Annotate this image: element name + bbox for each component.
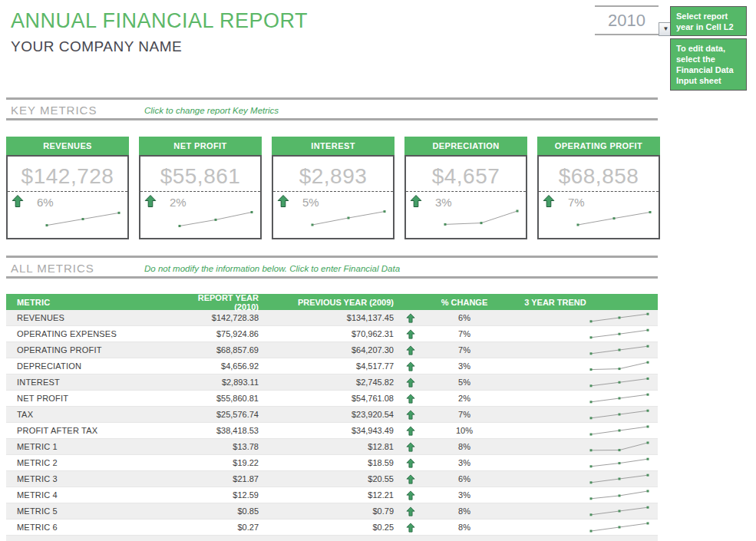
up-arrow-icon xyxy=(399,345,422,355)
cell-previous-year-value: $0.25 xyxy=(265,523,399,532)
cell-metric-name: METRIC 2 xyxy=(6,458,177,467)
cell-report-year-value: $2,893.11 xyxy=(177,378,265,387)
divider-bar xyxy=(6,97,658,100)
cell-percent-change: 8% xyxy=(422,442,507,451)
cell-previous-year-value: $18.59 xyxy=(265,458,399,467)
cell-percent-change: 3% xyxy=(422,458,507,467)
all-metrics-label: ALL METRICS xyxy=(11,262,94,275)
row-sparkline xyxy=(507,327,658,341)
table-row: METRIC 4 $12.59 $12.21 3% xyxy=(6,487,658,503)
table-row: TAX $25,576.74 $23,920.54 7% xyxy=(6,407,658,423)
all-metrics-note[interactable]: Do not modify the information below. Cli… xyxy=(144,264,400,273)
card-body: $68,858 7% xyxy=(537,155,660,239)
column-header-trend: 3 YEAR TREND xyxy=(507,298,658,307)
table-row: REVENUES $142,728.38 $134,137.45 6% xyxy=(6,310,658,326)
column-header-percent-change: % CHANGE xyxy=(422,298,507,307)
report-year-value: 2010 xyxy=(608,11,645,31)
up-arrow-icon xyxy=(399,458,422,468)
cell-percent-change: 7% xyxy=(422,410,507,419)
table-row: INTEREST $2,893.11 $2,745.82 5% xyxy=(6,374,658,391)
cell-metric-name: INTEREST xyxy=(6,378,177,387)
cell-report-year-value: $12.59 xyxy=(177,490,265,500)
cell-report-year-value: $0.27 xyxy=(177,523,265,532)
card-title: NET PROFIT xyxy=(139,137,262,155)
up-arrow-icon xyxy=(277,194,289,208)
cell-report-year-value: $19.22 xyxy=(177,458,265,467)
up-arrow-icon xyxy=(399,361,422,371)
cell-previous-year-value: $64,207.30 xyxy=(265,345,399,355)
card-sparkline xyxy=(310,204,387,232)
key-metric-card: REVENUES $142,728 6% xyxy=(6,137,129,239)
cell-metric-name: NET PROFIT xyxy=(6,394,177,403)
cell-percent-change: 8% xyxy=(422,506,507,516)
card-title: REVENUES xyxy=(6,137,129,155)
cell-report-year-value: $38,418.53 xyxy=(177,426,265,435)
report-year-cell[interactable]: 2010 xyxy=(595,5,659,35)
cell-percent-change: 7% xyxy=(422,345,507,355)
key-metric-card: NET PROFIT $55,861 2% xyxy=(139,137,262,239)
table-row: METRIC 5 $0.85 $0.79 8% xyxy=(6,503,658,520)
cell-previous-year-value: $134,137.45 xyxy=(265,313,399,322)
table-row: METRIC 3 $21.87 $20.55 6% xyxy=(6,471,658,487)
cell-metric-name: OPERATING PROFIT xyxy=(6,345,177,355)
row-sparkline xyxy=(507,472,658,486)
cell-report-year-value: $55,860.81 xyxy=(177,394,265,403)
cell-percent-change: 6% xyxy=(422,313,507,322)
cell-metric-name: METRIC 6 xyxy=(6,523,177,532)
up-arrow-icon xyxy=(144,194,157,208)
card-value: $4,657 xyxy=(406,164,526,189)
cell-metric-name: METRIC 1 xyxy=(6,442,177,451)
cell-previous-year-value: $23,920.54 xyxy=(265,410,399,419)
instruction-box-select-year: Select report year in Cell L2 xyxy=(670,6,747,36)
cell-report-year-value: $4,656.92 xyxy=(177,361,265,371)
card-divider xyxy=(140,191,260,192)
up-arrow-icon xyxy=(399,394,422,404)
cell-previous-year-value: $12.81 xyxy=(265,442,399,451)
card-sparkline xyxy=(45,204,121,232)
card-divider xyxy=(406,191,526,192)
cell-metric-name: METRIC 5 xyxy=(6,506,177,516)
divider-bar xyxy=(6,118,658,120)
cell-percent-change: 7% xyxy=(422,329,507,338)
table-row: NET PROFIT $55,860.81 $54,761.08 2% xyxy=(6,391,658,407)
cell-percent-change: 6% xyxy=(422,474,507,483)
row-sparkline xyxy=(507,456,658,470)
key-metrics-label: KEY METRICS xyxy=(11,104,97,117)
cell-report-year-value: $21.87 xyxy=(177,474,265,483)
card-value: $55,861 xyxy=(140,164,260,189)
empty-row-strip xyxy=(6,536,658,541)
key-metric-card: INTEREST $2,893 5% xyxy=(272,137,395,239)
cell-previous-year-value: $4,517.77 xyxy=(265,361,399,371)
key-metrics-note[interactable]: Click to change report Key Metrics xyxy=(144,106,279,115)
cell-metric-name: METRIC 4 xyxy=(6,490,177,500)
key-metric-card: OPERATING PROFIT $68,858 7% xyxy=(537,137,660,239)
row-sparkline xyxy=(507,391,658,405)
cell-report-year-value: $68,857.69 xyxy=(177,345,265,355)
row-sparkline xyxy=(507,343,658,357)
instruction-box-edit-data: To edit data, select the Financial Data … xyxy=(670,38,747,91)
table-header-row: METRIC REPORT YEAR (2010) PREVIOUS YEAR … xyxy=(6,294,658,310)
cell-previous-year-value: $70,962.31 xyxy=(265,329,399,338)
divider-bar xyxy=(6,276,658,279)
card-body: $2,893 5% xyxy=(272,155,395,239)
card-sparkline xyxy=(576,204,652,232)
row-sparkline xyxy=(507,375,658,389)
page-title: ANNUAL FINANCIAL REPORT xyxy=(11,9,308,33)
cell-metric-name: REVENUES xyxy=(6,313,177,322)
cell-metric-name: PROFIT AFTER TAX xyxy=(6,426,177,435)
cell-percent-change: 3% xyxy=(422,361,507,371)
up-arrow-icon xyxy=(399,313,422,323)
row-sparkline xyxy=(507,311,658,325)
cell-metric-name: DEPRECIATION xyxy=(6,361,177,371)
up-arrow-icon xyxy=(399,378,422,388)
card-body: $55,861 2% xyxy=(139,155,262,239)
card-sparkline xyxy=(177,204,254,232)
up-arrow-icon xyxy=(399,490,422,500)
table-row: DEPRECIATION $4,656.92 $4,517.77 3% xyxy=(6,358,658,374)
chevron-down-icon: ▼ xyxy=(663,26,669,32)
up-arrow-icon xyxy=(399,474,422,484)
cell-report-year-value: $75,924.86 xyxy=(177,329,265,338)
table-body: REVENUES $142,728.38 $134,137.45 6% OPER… xyxy=(6,310,658,536)
card-title: INTEREST xyxy=(272,137,395,155)
up-arrow-icon xyxy=(410,194,422,208)
